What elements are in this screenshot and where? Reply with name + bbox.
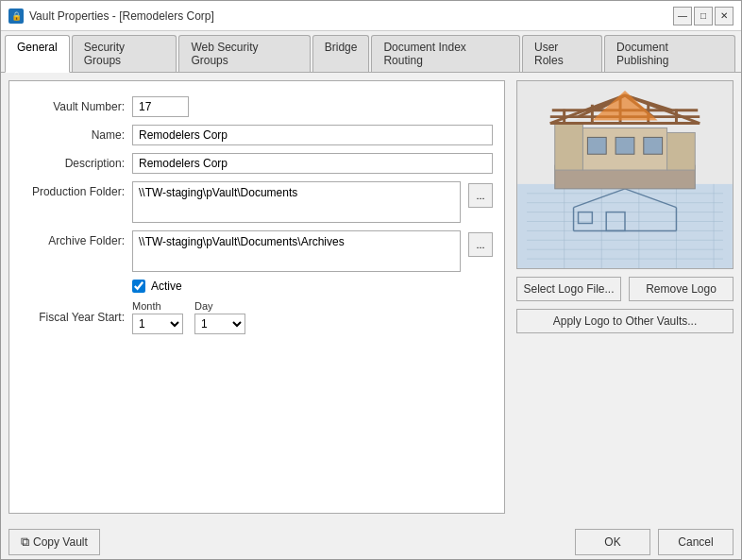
production-folder-input[interactable]: \\TW-staging\pVault\Documents <box>132 181 461 223</box>
svg-rect-43 <box>644 137 663 154</box>
close-button[interactable]: ✕ <box>715 7 734 25</box>
footer-left: ⧉ Copy Vault <box>8 529 100 555</box>
copy-vault-button[interactable]: ⧉ Copy Vault <box>8 529 100 555</box>
day-label: Day <box>194 300 245 312</box>
window-title: Vault Properties - [Remodelers Corp] <box>29 9 214 23</box>
apply-logo-button[interactable]: Apply Logo to Other Vaults... <box>516 309 734 333</box>
svg-rect-23 <box>555 124 583 171</box>
remove-logo-button[interactable]: Remove Logo <box>629 277 734 301</box>
month-select[interactable]: 1 2 3 4 5 6 7 8 9 10 11 <box>132 314 183 334</box>
fiscal-day-group: Day 1 2 3 4 5 <box>194 300 245 334</box>
maximize-button[interactable]: □ <box>694 7 713 25</box>
tab-document-index-routing[interactable]: Document Index Routing <box>371 35 520 72</box>
logo-preview <box>516 80 734 269</box>
tab-user-roles[interactable]: User Roles <box>522 35 602 72</box>
tab-bridge[interactable]: Bridge <box>312 35 370 72</box>
archive-folder-label: Archive Folder: <box>21 230 125 247</box>
archive-folder-browse-button[interactable]: ... <box>468 232 493 257</box>
tab-web-security-groups[interactable]: Web Security Groups <box>178 35 310 72</box>
logo-image <box>517 81 733 268</box>
copy-vault-label: Copy Vault <box>33 535 88 549</box>
description-row: Description: <box>21 153 493 174</box>
footer-right: OK Cancel <box>575 529 734 555</box>
cancel-button[interactable]: Cancel <box>658 529 734 555</box>
title-bar: 🔒 Vault Properties - [Remodelers Corp] —… <box>1 1 741 31</box>
svg-rect-24 <box>667 132 696 170</box>
window-controls: — □ ✕ <box>673 7 734 25</box>
active-checkbox-row: Active <box>21 280 493 293</box>
description-input[interactable] <box>132 153 493 174</box>
minimize-button[interactable]: — <box>673 7 692 25</box>
archive-folder-input[interactable]: \\TW-staging\pVault\Documents\Archives <box>132 230 461 272</box>
form-panel: Vault Number: Name: Description: Product… <box>8 80 505 514</box>
right-panel: Select Logo File... Remove Logo Apply Lo… <box>516 80 734 514</box>
svg-rect-42 <box>616 137 634 154</box>
name-label: Name: <box>21 128 125 142</box>
production-folder-row: Production Folder: \\TW-staging\pVault\D… <box>21 181 493 223</box>
title-bar-left: 🔒 Vault Properties - [Remodelers Corp] <box>8 8 214 24</box>
copy-icon: ⧉ <box>21 535 29 550</box>
name-row: Name: <box>21 125 493 145</box>
vault-number-label: Vault Number: <box>21 100 125 113</box>
tab-general[interactable]: General <box>5 35 70 73</box>
tab-bar: General Security Groups Web Security Gro… <box>1 31 741 73</box>
ok-button[interactable]: OK <box>575 529 650 555</box>
app-icon: 🔒 <box>8 8 24 24</box>
fiscal-sub: Month 1 2 3 4 5 6 7 8 9 1 <box>132 300 245 334</box>
select-logo-button[interactable]: Select Logo File... <box>516 277 621 301</box>
svg-rect-41 <box>587 137 606 154</box>
logo-buttons-row: Select Logo File... Remove Logo <box>516 277 734 301</box>
fiscal-year-label: Fiscal Year Start: <box>21 311 125 324</box>
vault-number-row: Vault Number: <box>21 96 493 117</box>
fiscal-month-group: Month 1 2 3 4 5 6 7 8 9 1 <box>132 300 183 334</box>
production-folder-browse-button[interactable]: ... <box>468 183 493 208</box>
tab-security-groups[interactable]: Security Groups <box>72 35 177 72</box>
fiscal-year-row: Fiscal Year Start: Month 1 2 3 4 5 6 <box>21 300 493 334</box>
description-label: Description: <box>21 157 125 170</box>
vault-number-input[interactable] <box>132 96 189 117</box>
month-label: Month <box>132 300 183 312</box>
main-window: 🔒 Vault Properties - [Remodelers Corp] —… <box>0 0 742 560</box>
tab-document-publishing[interactable]: Document Publishing <box>604 35 735 72</box>
archive-folder-row: Archive Folder: \\TW-staging\pVault\Docu… <box>21 230 493 272</box>
active-label[interactable]: Active <box>151 280 182 293</box>
name-input[interactable] <box>132 125 493 145</box>
footer: ⧉ Copy Vault OK Cancel <box>1 521 741 559</box>
content-area: Vault Number: Name: Description: Product… <box>1 73 741 521</box>
day-select[interactable]: 1 2 3 4 5 <box>194 314 245 334</box>
active-checkbox[interactable] <box>132 280 145 293</box>
main-area: Vault Number: Name: Description: Product… <box>8 80 734 514</box>
production-folder-label: Production Folder: <box>21 181 125 198</box>
